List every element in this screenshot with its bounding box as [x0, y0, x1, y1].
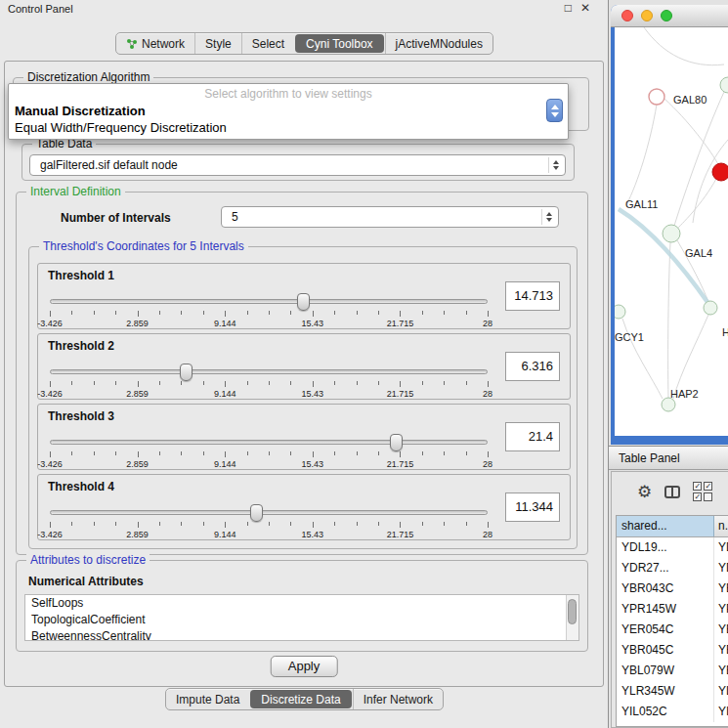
combo-stepper-icon[interactable]: [541, 209, 555, 225]
table-row[interactable]: YER054CYER0: [617, 620, 728, 640]
tick-mark: [290, 311, 291, 315]
threshold-slider[interactable]: -3.4262.8599.14415.4321.71528: [50, 364, 488, 399]
threshold-value-field[interactable]: 11.344: [505, 492, 560, 522]
table-data-select[interactable]: galFiltered.sif default node: [29, 154, 566, 176]
tab-style[interactable]: Style: [194, 33, 241, 54]
algorithm-menu-options: Manual DiscretizationEqual Width/Frequen…: [9, 103, 568, 136]
table-rows: YDL19...YDL1YDR27...YDR2YBR043CYBR0YPR14…: [617, 537, 728, 722]
table-row[interactable]: YPR145WYPR1: [617, 599, 728, 620]
table-row[interactable]: YBL079WYBL0: [617, 661, 728, 681]
gear-icon[interactable]: ⚙: [637, 484, 652, 500]
cell-shared-name: YBL079W: [617, 661, 714, 681]
threshold-box-2: Threshold 2-3.4262.8599.14415.4321.71528…: [37, 333, 571, 400]
close-icon[interactable]: ✕: [580, 1, 590, 15]
tick-mark: [444, 381, 445, 385]
list-item-betweennesscentrality[interactable]: BetweennessCentrality: [25, 628, 578, 641]
list-scrollbar[interactable]: [566, 595, 578, 640]
menu-item-equal-width-frequency-discretization[interactable]: Equal Width/Frequency Discretization: [9, 119, 568, 136]
columns-icon[interactable]: [664, 486, 680, 498]
apply-button[interactable]: Apply: [271, 656, 338, 677]
tick-mark: [313, 451, 314, 457]
cell-name: YDL1: [714, 537, 728, 558]
threshold-slider[interactable]: -3.4262.8599.14415.4321.71528: [50, 504, 488, 539]
slider-thumb[interactable]: [180, 364, 193, 381]
edges-layer: [619, 27, 728, 399]
tick-mark: [400, 381, 401, 387]
arrow-down-icon: [553, 166, 559, 170]
tab-label: Network: [142, 37, 185, 51]
node-table: shared... n... YDL19...YDL1YDR27...YDR2Y…: [616, 515, 728, 727]
tab-select[interactable]: Select: [241, 33, 294, 54]
slider-track: [50, 369, 488, 374]
tick-label: 21.715: [387, 319, 414, 328]
tick-label: 28: [483, 459, 492, 469]
number-of-intervals-select[interactable]: 5: [221, 206, 559, 228]
thresholds-group: Threshold's Coordinates for 5 Intervals …: [28, 246, 578, 549]
slider-thumb[interactable]: [390, 434, 403, 451]
zoom-button[interactable]: [661, 10, 672, 21]
threshold-slider[interactable]: -3.4262.8599.14415.4321.71528: [50, 434, 488, 469]
threshold-value-field[interactable]: 21.4: [505, 422, 560, 451]
network-node[interactable]: [649, 89, 664, 105]
network-node[interactable]: [720, 77, 728, 93]
network-canvas[interactable]: GAL80GAL11GAL4GCY1HAP2H: [615, 27, 728, 436]
slider-thumb[interactable]: [297, 293, 310, 311]
group-title: Discretization Algorithm: [23, 70, 153, 84]
tick-mark: [115, 311, 116, 315]
tick-mark: [313, 522, 314, 528]
tick-mark: [378, 522, 379, 526]
tick-mark: [159, 381, 160, 385]
menu-item-manual-discretization[interactable]: Manual Discretization: [9, 103, 568, 119]
close-button[interactable]: [621, 10, 633, 21]
table-row[interactable]: YBR045CYBR0: [617, 640, 728, 661]
tick-mark: [50, 451, 51, 457]
combo-stepper-icon[interactable]: [548, 157, 562, 173]
threshold-value-field[interactable]: 6.316: [505, 352, 560, 381]
tick-mark: [290, 381, 291, 385]
tick-label: 2.859: [126, 319, 149, 328]
tick-label: 21.715: [387, 459, 414, 469]
tick-label: 2.859: [126, 530, 149, 539]
threshold-value-field[interactable]: 14.713: [505, 281, 560, 311]
scrollbar-thumb[interactable]: [568, 599, 577, 624]
cell-shared-name: YIL052C: [617, 702, 714, 722]
table-row[interactable]: YLR345WYLR3: [617, 681, 728, 702]
table-panel-body: ⚙ ✓✓✓ shared... n... YDL19...YDL1YDR27..…: [611, 471, 728, 728]
tab-impute-data[interactable]: Impute Data: [166, 689, 249, 709]
float-icon[interactable]: □: [565, 1, 572, 15]
nodes-layer: GAL80GAL11GAL4GCY1HAP2H: [615, 77, 728, 411]
network-node[interactable]: [662, 398, 675, 411]
tab-jactivemnodules[interactable]: jActiveMNodules: [385, 33, 492, 54]
tab-discretize-data[interactable]: Discretize Data: [250, 690, 351, 708]
tab-infer-network[interactable]: Infer Network: [353, 689, 443, 709]
tick-mark: [159, 522, 160, 526]
tick-mark: [71, 311, 72, 315]
tab-cyni-toolbox[interactable]: Cyni Toolbox: [295, 34, 383, 53]
tab-network[interactable]: Network: [116, 33, 194, 54]
tick-mark: [334, 451, 335, 455]
column-header-name[interactable]: n...: [714, 516, 728, 536]
table-panel-title: Table Panel: [619, 451, 680, 465]
group-title: Threshold's Coordinates for 5 Intervals: [39, 239, 248, 253]
combo-stepper-icon[interactable]: [546, 99, 563, 122]
tick-mark: [181, 522, 182, 526]
slider-thumb[interactable]: [250, 504, 263, 522]
table-row[interactable]: YDR27...YDR2: [617, 558, 728, 578]
network-node[interactable]: [712, 163, 728, 181]
minimize-button[interactable]: [641, 10, 653, 21]
table-row[interactable]: YBR043CYBR0: [617, 578, 728, 599]
table-row[interactable]: YIL052CYIL0: [617, 702, 728, 722]
column-header-shared-name[interactable]: shared...: [617, 516, 714, 536]
tick-mark: [466, 311, 467, 315]
table-row[interactable]: YDL19...YDL1: [617, 537, 728, 558]
list-item-selfloops[interactable]: SelfLoops: [25, 595, 578, 612]
tick-mark: [422, 381, 423, 385]
network-node[interactable]: [704, 301, 717, 315]
threshold-slider[interactable]: -3.4262.8599.14415.4321.71528: [50, 293, 488, 328]
tick-mark: [269, 381, 270, 385]
list-item-topologicalcoefficient[interactable]: TopologicalCoefficient: [25, 612, 578, 628]
select-columns-icon[interactable]: ✓✓✓: [693, 482, 712, 501]
network-node[interactable]: [615, 305, 625, 319]
network-node[interactable]: [663, 225, 680, 242]
attributes-list[interactable]: SelfLoopsTopologicalCoefficientBetweenne…: [24, 594, 579, 641]
